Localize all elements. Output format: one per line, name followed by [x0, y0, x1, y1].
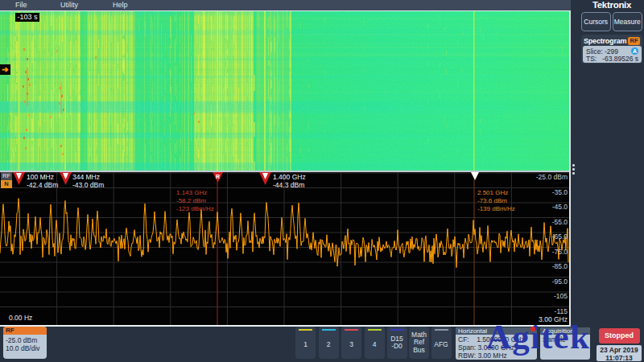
svg-text:R: R: [216, 173, 220, 179]
